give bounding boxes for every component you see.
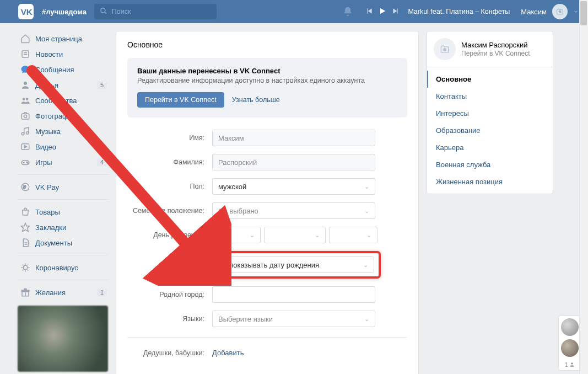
tab-interests[interactable]: Интересы <box>427 105 553 122</box>
svg-line-32 <box>28 270 29 271</box>
page-body: Моя страница Новости Сообщения Друзья5 С… <box>0 23 588 374</box>
chat-widget[interactable]: 1 <box>558 316 581 371</box>
nav-wishes[interactable]: Желания1 <box>18 285 108 300</box>
header-user-menu[interactable]: Максим <box>521 4 579 19</box>
svg-marker-23 <box>21 223 30 232</box>
nav-label: Желания <box>35 288 66 297</box>
birthday-day-select[interactable]: ⌄ <box>212 227 261 243</box>
chevron-down-icon <box>573 8 579 16</box>
chat-avatar[interactable] <box>561 318 579 336</box>
documents-icon <box>20 237 31 248</box>
messages-icon <box>20 64 31 75</box>
nav-label: Моя страница <box>35 35 82 43</box>
hometown-input[interactable] <box>212 286 375 303</box>
vk-logo[interactable]: VK <box>14 0 37 23</box>
play-icon[interactable] <box>378 7 387 17</box>
nav-badge: 4 <box>97 158 107 166</box>
header-avatar <box>552 4 568 19</box>
tab-general[interactable]: Основное <box>427 71 553 88</box>
svg-point-12 <box>24 115 26 117</box>
news-icon <box>20 49 31 60</box>
svg-point-4 <box>559 10 562 13</box>
vk-connect-notice: Ваши данные перенесены в VK Connect Реда… <box>127 58 407 117</box>
prev-track-icon[interactable] <box>365 7 373 17</box>
nav-label: VK Pay <box>35 183 59 191</box>
search-input[interactable] <box>112 8 211 15</box>
chevron-down-icon: ⌄ <box>315 232 320 239</box>
svg-point-8 <box>24 82 27 85</box>
nav-photos[interactable]: Фотографии <box>18 108 108 124</box>
nav-news[interactable]: Новости <box>18 46 108 62</box>
right-sidebar: Максим Распорский Перейти в VK Connect О… <box>427 31 553 194</box>
birthday-label: День рождения: <box>127 231 212 239</box>
tab-contacts[interactable]: Контакты <box>427 88 553 105</box>
nav-games[interactable]: Игры4 <box>18 154 108 170</box>
profile-sublink[interactable]: Перейти в VK Connect <box>461 50 530 57</box>
nav-documents[interactable]: Документы <box>18 235 108 250</box>
nav-separator <box>18 199 108 200</box>
market-icon <box>20 206 31 217</box>
nav-video[interactable]: Видео <box>18 139 108 154</box>
music-icon <box>20 126 31 137</box>
learn-more-link[interactable]: Узнать больше <box>232 96 280 104</box>
chat-avatar[interactable] <box>561 339 579 357</box>
svg-line-3 <box>105 12 106 13</box>
nav-separator <box>18 280 108 280</box>
nav-communities[interactable]: Сообщества <box>18 93 108 108</box>
birthday-visibility-select[interactable]: Не показывать дату рождения⌄ <box>212 257 374 273</box>
svg-line-31 <box>23 265 24 266</box>
nav-label: Видео <box>35 143 56 151</box>
svg-point-40 <box>571 362 573 364</box>
chevron-down-icon: ⌄ <box>364 207 369 215</box>
header-user-name: Максим <box>521 8 547 16</box>
birthday-month-select[interactable]: ⌄ <box>264 227 326 243</box>
nav-vk-pay[interactable]: ₽VK Pay <box>18 179 108 195</box>
nav-bookmarks[interactable]: Закладки <box>18 220 108 235</box>
nav-music[interactable]: Музыка <box>18 124 108 139</box>
nav-market[interactable]: Товары <box>18 204 108 220</box>
virus-icon <box>20 262 31 273</box>
sidebar-promo[interactable] <box>18 306 108 372</box>
sex-label: Пол: <box>127 183 212 190</box>
tab-life-position[interactable]: Жизненная позиция <box>427 173 553 190</box>
camera-icon <box>20 110 31 121</box>
tab-education[interactable]: Образование <box>427 122 553 139</box>
nav-my-page[interactable]: Моя страница <box>18 31 108 46</box>
name-input[interactable]: Максим <box>212 130 375 146</box>
home-icon <box>20 33 31 44</box>
song-title[interactable]: Markul feat. Платина – Конфеты <box>408 8 510 15</box>
profile-card[interactable]: Максим Распорский Перейти в VK Connect <box>427 31 553 67</box>
hometown-label: Родной город: <box>127 291 212 298</box>
header-hashtag[interactable]: #лучшедома <box>42 8 87 16</box>
search-icon <box>100 7 107 17</box>
notifications-icon[interactable] <box>342 6 353 17</box>
nav-label: Сообщения <box>35 66 74 74</box>
app-header: VK #лучшедома Markul feat. Платина – Кон… <box>0 0 588 23</box>
svg-point-9 <box>23 98 25 101</box>
surname-input[interactable]: Распорский <box>212 154 375 170</box>
nav-label: Фотографии <box>35 112 76 120</box>
birthday-year-select[interactable]: ⌄ <box>329 227 377 243</box>
go-vk-connect-button[interactable]: Перейти в VK Connect <box>137 92 224 108</box>
search-box[interactable] <box>94 4 217 19</box>
nav-messages[interactable]: Сообщения <box>18 62 108 77</box>
tab-career[interactable]: Карьера <box>427 139 553 156</box>
name-label: Имя: <box>127 134 212 142</box>
sex-select[interactable]: мужской⌄ <box>212 178 375 195</box>
profile-avatar <box>434 38 456 60</box>
scrollbar[interactable] <box>579 0 588 374</box>
languages-select[interactable]: Выберите языки⌄ <box>212 311 375 327</box>
birthday-selects: ⌄ ⌄ ⌄ <box>212 227 377 243</box>
next-track-icon[interactable] <box>392 7 400 17</box>
form-divider <box>127 337 407 338</box>
marital-select[interactable]: Не выбрано⌄ <box>212 202 375 219</box>
tab-military[interactable]: Военная служба <box>427 156 553 173</box>
chevron-down-icon: ⌄ <box>364 183 369 190</box>
nav-label: Коронавирус <box>35 264 78 272</box>
nav-badge: 1 <box>97 288 107 296</box>
nav-label: Сообщества <box>35 97 77 105</box>
nav-friends[interactable]: Друзья5 <box>18 77 108 93</box>
add-grandparents-link[interactable]: Добавить <box>212 349 244 357</box>
nav-coronavirus[interactable]: Коронавирус <box>18 260 108 275</box>
scrollbar-thumb[interactable] <box>580 1 587 25</box>
